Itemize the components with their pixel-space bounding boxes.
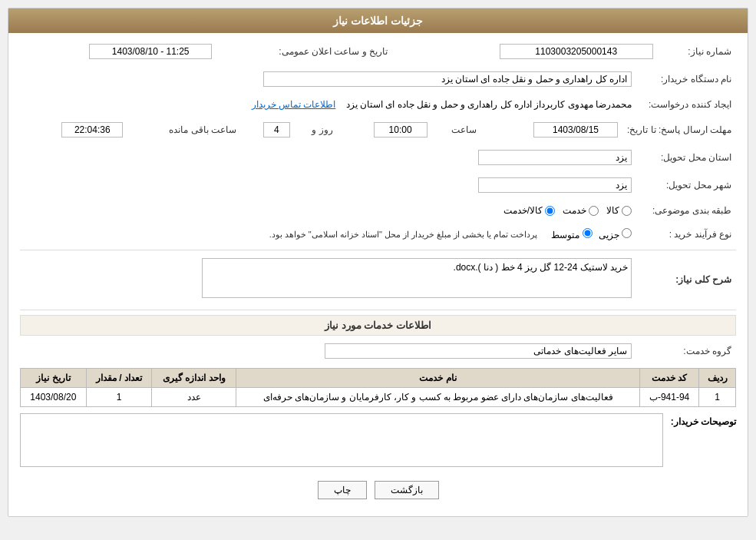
noeFarayand-label: نوع فرآیند خرید : [636,225,736,243]
info-table-row6: شهر محل تحویل: [20,174,736,196]
sharhKoli-textarea[interactable] [202,258,632,298]
tosif-textarea[interactable] [20,413,663,467]
mohlat-label: مهلت ارسال پاسخ: تا تاریخ: [622,119,736,141]
noeFarayand-jazzi-text: جزیی [599,230,619,240]
services-table: ردیف کد خدمت نام خدمت واحد اندازه گیری ت… [20,368,736,407]
shahr-value [20,174,636,196]
card-body: شماره نیاز: تاریخ و ساعت اعلان عمومی: نا… [8,33,748,516]
col-kod: کد خدمت [640,369,699,388]
card-header: جزئیات اطلاعات نیاز [8,8,748,33]
page-title: جزئیات اطلاعات نیاز [333,15,423,27]
sharhKoli-value [20,255,636,303]
mohlat-rooz-cell [239,119,295,141]
namDastgah-value [20,68,636,90]
goroh-label: گروه خدمت: [636,340,736,362]
shahr-label: شهر محل تحویل: [636,174,736,196]
tabaqe-kala-text: کالا [606,205,619,216]
main-card: جزئیات اطلاعات نیاز شماره نیاز: تاریخ و … [8,8,748,517]
print-button[interactable]: چاپ [318,481,367,499]
col-tarikh: تاریخ نیاز [21,369,87,388]
tarikh-value [20,41,216,62]
mohlat-date-input[interactable] [533,122,618,137]
page-wrapper: جزئیات اطلاعات نیاز شماره نیاز: تاریخ و … [0,0,756,540]
tabaqe-options: کالا خدمت کالا/خدمت [20,202,636,219]
mohlat-rooz-input[interactable] [263,122,290,137]
mohlat-saat-cell [336,119,432,141]
mohlat-rooz-label: روز و [295,119,336,141]
tabaqe-radio-group: کالا خدمت کالا/خدمت [25,205,632,216]
namDastgah-label: نام دستگاه خریدار: [636,68,736,90]
buyer-desc-section: توصیحات خریدار: [20,413,736,467]
info-table-row1: شماره نیاز: تاریخ و ساعت اعلان عمومی: [20,41,736,62]
col-radif: ردیف [699,369,736,388]
shahr-input[interactable] [478,177,632,193]
info-table-row2: نام دستگاه خریدار: [20,68,736,90]
tabaqe-kala-label[interactable]: کالا [606,205,632,216]
ostan-label: استان محل تحویل: [636,147,736,168]
col-tedad: تعداد / مقدار [86,369,152,388]
back-button[interactable]: بازگشت [375,481,439,499]
cell-kod: 941-94-ب [640,388,699,407]
tabaqe-khadamat-label[interactable]: خدمت [563,205,599,216]
info-table-row5: استان محل تحویل: [20,147,736,168]
namDastgah-input[interactable] [263,71,632,87]
sharhKoli-label: شرح کلی نیاز: [636,255,736,303]
noeFarayand-mottasat-label[interactable]: متوسط [551,228,592,240]
eijadKonande-value: محمدرضا مهدوی کاربرداز اداره کل راهداری … [20,96,636,113]
shomareNiaz-value [415,41,658,62]
button-row: بازگشت چاپ [20,472,736,509]
cell-name: فعالیت‌های سازمان‌های دارای عضو مربوط به… [236,388,640,407]
noeFarayand-process-row: جزیی متوسط پرداخت تمام یا بخشی از مبلغ خ… [25,228,632,240]
tarikh-input[interactable] [89,44,212,59]
info-table-row7: طبقه بندی موضوعی: کالا خدمت [20,202,736,219]
noeFarayand-mottasat-text: متوسط [551,230,579,240]
mohlat-baghimande-label: ساعت باقی مانده [127,119,239,141]
eijadKonande-link[interactable]: اطلاعات تماس خریدار [252,99,336,110]
ostan-input[interactable] [478,150,632,165]
mohlat-baghimande-input[interactable] [61,122,123,137]
info-table-row3: ایجاد کننده درخواست: محمدرضا مهدوی کاربر… [20,96,736,113]
tabaqe-kala-khadamat-radio[interactable] [545,206,555,216]
divider-1 [20,250,736,250]
mohlat-saat-label: ساعت [432,119,480,141]
mohlat-baghimande-cell [20,119,127,141]
tabaqe-kala-radio[interactable] [622,206,632,216]
noeFarayand-options: جزیی متوسط پرداخت تمام یا بخشی از مبلغ خ… [20,225,636,243]
khadamat-section-title: اطلاعات خدمات مورد نیاز [20,315,736,336]
mohlat-date-cell [480,119,622,141]
cell-vahed: عدد [152,388,236,407]
goroh-input[interactable] [325,343,632,359]
noeFarayand-jazzi-radio[interactable] [622,228,632,238]
col-name: نام خدمت [236,369,640,388]
ostan-value [20,147,636,168]
divider-2 [20,310,736,310]
tarikh-label: تاریخ و ساعت اعلان عمومی: [216,41,392,62]
shomareNiaz-input[interactable] [500,44,653,59]
tabaqe-kala-khadamat-label[interactable]: کالا/خدمت [503,205,555,216]
tabaqe-label: طبقه بندی موضوعی: [636,202,736,219]
tabaqe-khadamat-text: خدمت [563,205,586,216]
info-table-goroh: گروه خدمت: [20,340,736,362]
tosif-label: توصیحات خریدار: [671,416,736,427]
goroh-value [20,340,636,362]
noeFarayand-mottasat-radio[interactable] [583,228,593,238]
noeFarayand-jazzi-label[interactable]: جزیی [599,228,632,240]
eijadKonande-label: ایجاد کننده درخواست: [636,96,736,113]
tabaqe-khadamat-radio[interactable] [589,206,599,216]
tabaqe-kala-khadamat-text: کالا/خدمت [503,205,543,216]
col-vahed: واحد اندازه گیری [152,369,236,388]
cell-tarikh: 1403/08/20 [21,388,87,407]
eijadKonande-text: محمدرضا مهدوی کاربرداز اداره کل راهداری … [346,99,632,110]
shomareNiaz-label: شماره نیاز: [658,41,736,62]
info-table-sharh: شرح کلی نیاز: [20,255,736,303]
info-table-row4: مهلت ارسال پاسخ: تا تاریخ: ساعت روز و سا… [20,119,736,141]
cell-tedad: 1 [86,388,152,407]
noeFarayand-desc: پرداخت تمام یا بخشی از مبلغ خریدار از مح… [269,230,538,240]
mohlat-saat-input[interactable] [374,122,428,137]
cell-radif: 1 [699,388,736,407]
table-row: 1 941-94-ب فعالیت‌های سازمان‌های دارای ع… [21,388,736,407]
info-table-row8: نوع فرآیند خرید : جزیی متوسط پرداخت [20,225,736,243]
